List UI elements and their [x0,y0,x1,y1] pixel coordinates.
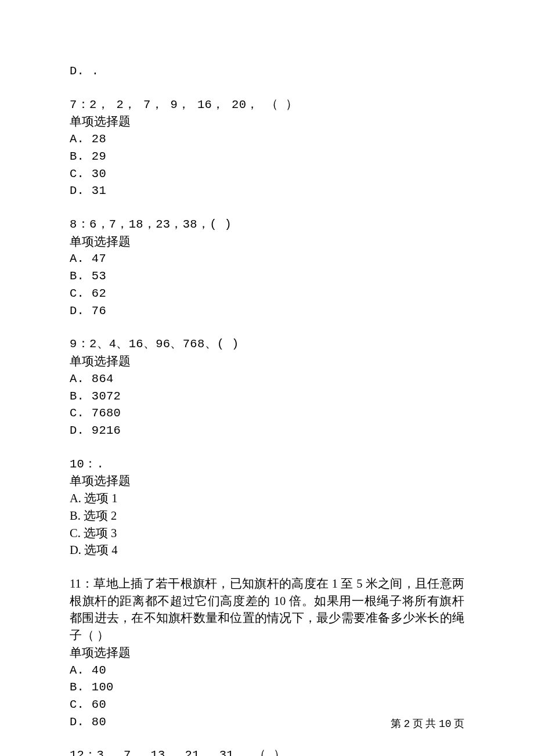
footer-total-pages: 10 [439,718,452,730]
option-d: D. 9216 [70,422,464,440]
option-c: C. 选项 3 [70,525,464,542]
option-b: B. 29 [70,148,464,165]
question-6-tail: D. . [70,63,464,80]
option-b: B. 53 [70,268,464,285]
footer-middle: 页 共 [410,718,439,729]
option-a: A. 47 [70,250,464,268]
question-stem: 10：. [70,456,464,473]
question-9: 9：2、4、16、96、768、( ) 单项选择题 A. 864 B. 3072… [70,336,464,439]
question-type: 单项选择题 [70,353,464,370]
option-d: D. . [70,63,464,80]
question-stem: 7：2， 2， 7， 9， 16， 20， （ ） [70,96,464,114]
option-d: D. 31 [70,182,464,200]
footer-prefix: 第 [391,718,404,729]
option-a: A. 选项 1 [70,490,464,507]
question-10: 10：. 单项选择题 A. 选项 1 B. 选项 2 C. 选项 3 D. 选项… [70,456,464,559]
question-type: 单项选择题 [70,473,464,490]
option-a: A. 28 [70,131,464,148]
question-12: 12：3， 7， 13， 21， 31， （ ） 单项选择题 A. 38 B. … [70,747,464,756]
page-container: D. . 7：2， 2， 7， 9， 16， 20， （ ） 单项选择题 A. … [0,0,534,756]
question-type: 单项选择题 [70,233,464,251]
option-c: C. 60 [70,696,464,714]
question-stem: 9：2、4、16、96、768、( ) [70,336,464,353]
option-c: C. 30 [70,165,464,183]
option-a: A. 864 [70,370,464,388]
question-stem: 8：6，7，18，23，38，( ) [70,216,464,233]
option-d: D. 选项 4 [70,542,464,559]
question-stem: 11：草地上插了若干根旗杆，已知旗杆的高度在 1 至 5 米之间，且任意两根旗杆… [70,575,464,645]
footer-suffix: 页 [452,718,465,729]
question-11: 11：草地上插了若干根旗杆，已知旗杆的高度在 1 至 5 米之间，且任意两根旗杆… [70,575,464,730]
option-b: B. 选项 2 [70,507,464,525]
question-7: 7：2， 2， 7， 9， 16， 20， （ ） 单项选择题 A. 28 B.… [70,96,464,200]
option-c: C. 7680 [70,405,464,422]
question-stem: 12：3， 7， 13， 21， 31， （ ） [70,747,464,756]
question-type: 单项选择题 [70,113,464,131]
option-c: C. 62 [70,285,464,303]
page-footer: 第 2 页 共 10 页 [391,716,464,732]
option-b: B. 100 [70,679,464,696]
option-a: A. 40 [70,662,464,679]
option-d: D. 76 [70,303,464,320]
footer-current-page: 2 [404,718,410,730]
option-b: B. 3072 [70,388,464,405]
question-type: 单项选择题 [70,645,464,662]
question-8: 8：6，7，18，23，38，( ) 单项选择题 A. 47 B. 53 C. … [70,216,464,319]
